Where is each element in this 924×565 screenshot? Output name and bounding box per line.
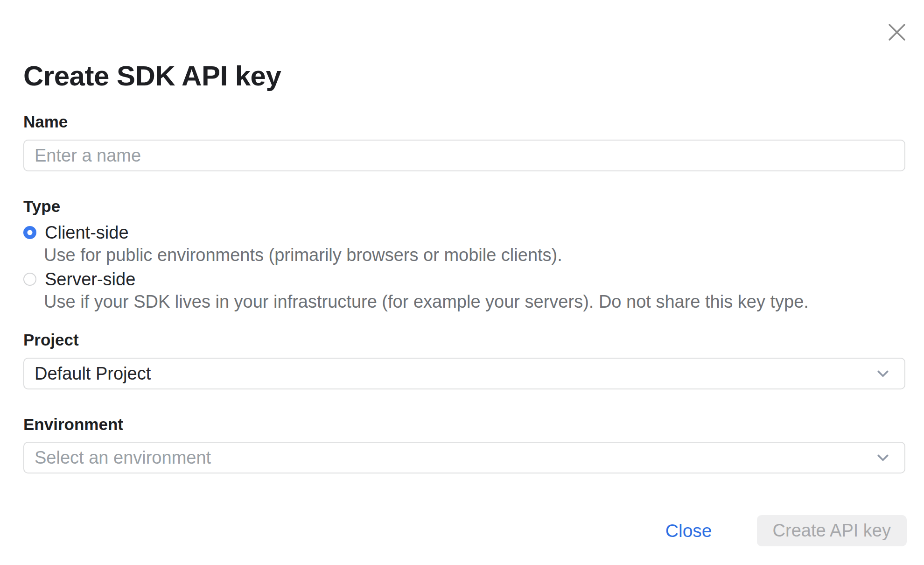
dialog-close-button[interactable]	[883, 19, 910, 46]
project-select[interactable]: Default Project	[23, 358, 905, 389]
radio-unselected-icon[interactable]	[23, 273, 36, 286]
project-label: Project	[23, 330, 79, 350]
server-side-description: Use if your SDK lives in your infrastruc…	[44, 291, 809, 313]
environment-select[interactable]: Select an environment	[23, 442, 905, 473]
create-api-key-button[interactable]: Create API key	[757, 515, 907, 546]
radio-option-server-side[interactable]: Server-side	[23, 268, 135, 290]
dialog-title: Create SDK API key	[23, 60, 281, 92]
environment-select-placeholder: Select an environment	[35, 448, 211, 468]
project-select-value: Default Project	[35, 364, 151, 384]
client-side-description: Use for public environments (primarily b…	[44, 245, 562, 266]
x-close-icon	[888, 23, 906, 42]
chevron-down-icon	[875, 365, 891, 382]
type-label: Type	[23, 197, 60, 216]
create-sdk-api-key-dialog: Create SDK API key Name Type Client-side…	[0, 0, 924, 565]
client-side-label: Client-side	[45, 224, 129, 241]
server-side-label: Server-side	[45, 270, 135, 288]
environment-label: Environment	[23, 415, 123, 434]
chevron-down-icon	[875, 449, 891, 466]
dialog-footer: Close Create API key	[665, 515, 907, 546]
radio-selected-icon[interactable]	[23, 226, 36, 239]
close-button[interactable]: Close	[665, 521, 712, 541]
name-input[interactable]	[23, 140, 905, 171]
radio-option-client-side[interactable]: Client-side	[23, 222, 129, 243]
name-label: Name	[23, 112, 68, 132]
